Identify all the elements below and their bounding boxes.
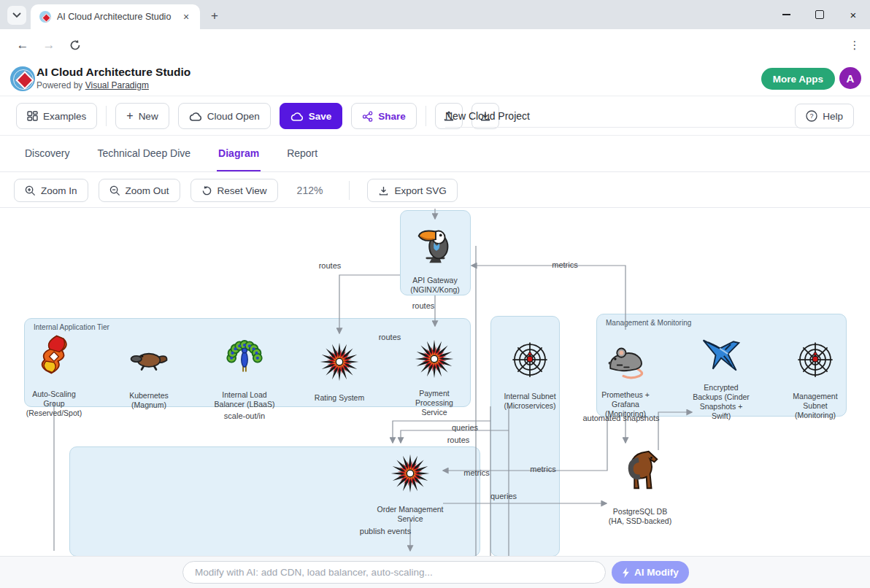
edge-label: routes xyxy=(447,436,470,444)
browser-toolbar: ← → ai-toolbox.visual-paradigm.com/app/a… xyxy=(0,29,870,61)
app-header: AI Cloud Architecture Studio Powered by … xyxy=(0,61,870,96)
diagram-canvas[interactable]: Internal Application TierManagement & Mo… xyxy=(0,208,870,556)
browser-menu-button[interactable]: ⋮ xyxy=(844,34,866,56)
plus-icon: + xyxy=(126,110,133,122)
node-label: Internal Subnet(Microservices) xyxy=(485,392,575,411)
star-icon xyxy=(389,452,431,495)
zoom-bar: Zoom In Zoom Out Reset View 212% Export … xyxy=(0,172,870,208)
document-tabs: DiscoveryTechnical Deep DiveDiagramRepor… xyxy=(0,136,870,172)
node-label: Kubernetes(Magnum) xyxy=(104,391,194,410)
star-icon xyxy=(413,338,455,380)
powered-by: Powered by Visual Paradigm xyxy=(36,80,149,90)
zoom-level: 212% xyxy=(297,185,323,196)
chevron-down-icon xyxy=(12,12,21,18)
edge-label: routes xyxy=(412,301,435,310)
swallow-icon xyxy=(699,333,743,377)
visual-paradigm-link[interactable]: Visual Paradigm xyxy=(85,80,149,90)
tab-close-icon[interactable]: × xyxy=(180,10,193,23)
cloud-open-button[interactable]: Cloud Open xyxy=(178,103,271,129)
app-title: AI Cloud Architecture Studio xyxy=(36,66,190,79)
share-icon xyxy=(362,111,373,122)
peacock-icon xyxy=(223,333,266,377)
share-button[interactable]: Share xyxy=(351,103,417,129)
examples-button[interactable]: Examples xyxy=(16,103,97,129)
export-download-icon xyxy=(378,185,389,196)
web-icon xyxy=(509,339,550,380)
help-button[interactable]: ? Help xyxy=(795,104,854,128)
horse-icon xyxy=(617,447,663,492)
node-label: Order ManagementService xyxy=(365,505,455,524)
ai-prompt-input[interactable] xyxy=(182,561,606,584)
reload-icon xyxy=(69,39,81,51)
edge-label: automated snapshots xyxy=(582,414,659,422)
reset-icon xyxy=(201,185,212,196)
new-button[interactable]: + New xyxy=(115,103,169,129)
tab-report[interactable]: Report xyxy=(285,147,319,171)
export-svg-button[interactable]: Export SVG xyxy=(367,179,457,202)
edge-label: metrics xyxy=(552,260,577,269)
tab-search-button[interactable] xyxy=(7,6,26,25)
node-label: API Gateway(NGINX/Kong) xyxy=(390,276,480,295)
edge-label: queries xyxy=(490,492,517,500)
tab-technical-deep-dive[interactable]: Technical Deep Dive xyxy=(96,147,192,171)
tab-discovery[interactable]: Discovery xyxy=(23,147,71,171)
lightning-icon xyxy=(622,568,630,578)
new-tab-button[interactable]: + xyxy=(206,7,223,25)
node-label: EncryptedBackups (CinderSnapshots +Swift… xyxy=(676,383,766,421)
zoom-in-icon xyxy=(25,185,36,196)
edge-label: routes xyxy=(379,333,401,341)
edge-label: scale-out/in xyxy=(224,411,265,420)
edge-label: queries xyxy=(452,423,478,432)
site-favicon-icon xyxy=(39,11,51,23)
help-icon: ? xyxy=(806,110,817,122)
zoom-out-button[interactable]: Zoom Out xyxy=(99,179,180,202)
toolbar-separator xyxy=(426,106,426,126)
toucan-icon xyxy=(412,221,458,266)
node-label: PostgreSQL DB(HA, SSD-backed) xyxy=(595,507,685,526)
ai-modify-bar: AI Modify xyxy=(0,556,870,588)
browser-tab[interactable]: AI Cloud Architecture Studio × xyxy=(31,4,200,29)
user-avatar[interactable]: A xyxy=(839,67,861,89)
cloud-save-icon xyxy=(290,112,304,121)
action-bar: Examples + New Cloud Open Save Share xyxy=(0,96,870,136)
reload-button[interactable] xyxy=(64,34,86,56)
edge-label: metrics xyxy=(530,465,555,473)
project-name-input[interactable] xyxy=(445,104,803,128)
group-label: Internal Application Tier xyxy=(34,323,109,331)
close-button[interactable]: × xyxy=(836,0,870,29)
ai-modify-button[interactable]: AI Modify xyxy=(612,561,689,584)
edge-label: routes xyxy=(319,261,342,270)
minimize-button[interactable] xyxy=(769,0,803,29)
zoom-out-icon xyxy=(109,185,120,196)
node-label: ManagementSubnet(Monitoring) xyxy=(770,392,861,420)
browser-tab-strip: AI Cloud Architecture Studio × + × xyxy=(0,0,870,29)
toolbar-separator xyxy=(106,106,107,126)
forward-button[interactable]: → xyxy=(38,34,60,56)
tab-diagram[interactable]: Diagram xyxy=(217,147,261,171)
more-apps-button[interactable]: More Apps xyxy=(761,68,835,90)
edge-label: metrics xyxy=(463,468,489,477)
zoom-in-button[interactable]: Zoom In xyxy=(14,179,88,202)
toolbar-separator xyxy=(349,181,350,200)
node-label: Auto-ScalingGroup(Reserved/Spot) xyxy=(9,390,99,418)
edge-label: publish events xyxy=(360,527,411,535)
browser-window: AI Cloud Architecture Studio × + × ← → a… xyxy=(0,0,870,588)
node-label: Rating System xyxy=(294,393,385,403)
cloud-icon xyxy=(189,112,202,121)
grid-icon xyxy=(27,111,38,121)
group-label: Management & Monitoring xyxy=(606,319,691,327)
web-icon xyxy=(795,339,836,380)
star-icon xyxy=(318,341,361,383)
node-label: PaymentProcessingService xyxy=(389,389,480,417)
tab-title: AI Cloud Architecture Studio xyxy=(57,12,180,22)
reset-view-button[interactable]: Reset View xyxy=(190,179,278,202)
platypus-icon xyxy=(128,338,170,380)
back-button[interactable]: ← xyxy=(12,34,34,56)
node-label: Internal LoadBalancer (LBaaS) xyxy=(199,390,290,409)
mouse-icon xyxy=(604,338,647,382)
flame-icon xyxy=(33,333,75,376)
maximize-button[interactable] xyxy=(803,0,836,29)
save-button[interactable]: Save xyxy=(280,103,343,129)
app-logo-icon xyxy=(10,66,35,91)
svg-text:?: ? xyxy=(810,112,814,120)
